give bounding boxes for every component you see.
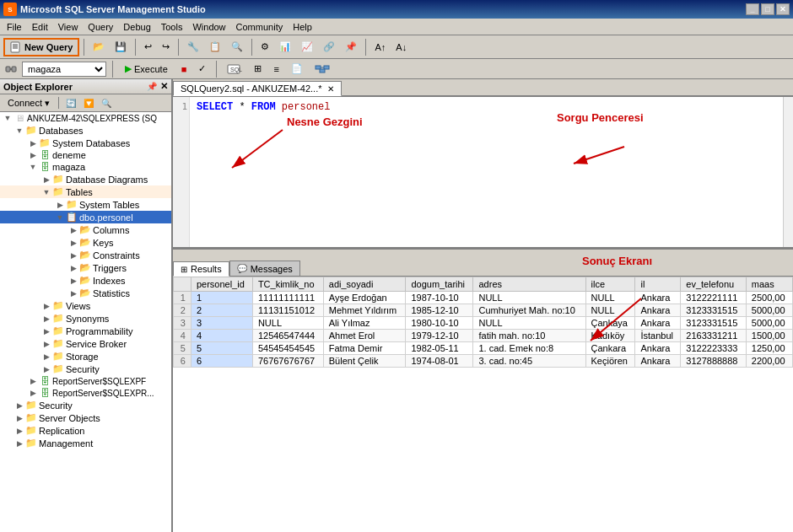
tree-node-keys[interactable]: ▶ 📂 Keys	[0, 236, 171, 249]
table-cell[interactable]: 3127888888	[681, 355, 747, 368]
table-cell[interactable]: Ankara	[635, 317, 681, 330]
table-cell[interactable]: 1980-10-10	[406, 317, 473, 330]
table-cell[interactable]: 4	[174, 330, 192, 342]
window-controls[interactable]: _ □ ✕	[746, 3, 790, 15]
toolbar-btn-1[interactable]: 🔧	[183, 38, 203, 56]
col-header-tc-kimlik[interactable]: TC_kimlik_no	[252, 277, 323, 292]
menu-edit[interactable]: Edit	[27, 21, 53, 33]
menu-tools[interactable]: Tools	[156, 21, 188, 33]
table-cell[interactable]: Ankara	[635, 292, 681, 304]
table-cell[interactable]: Mehmet Yıldırım	[323, 304, 406, 317]
table-cell[interactable]: Ankara	[635, 342, 681, 355]
toolbar-btn-10[interactable]: A↓	[391, 38, 411, 56]
parse-button[interactable]: SQL	[223, 60, 246, 78]
table-cell[interactable]: fatih mah. no:10	[473, 330, 585, 342]
editor-scrollbar[interactable]	[783, 97, 793, 247]
stop-button[interactable]: ■	[177, 60, 192, 78]
menu-query[interactable]: Query	[83, 21, 118, 33]
table-cell[interactable]: 3122221111	[681, 292, 747, 304]
menu-view[interactable]: View	[53, 21, 84, 33]
explorer-search-button[interactable]: 🔍	[99, 96, 114, 110]
table-cell[interactable]: Ayşe Erdoğan	[323, 292, 406, 304]
table-row[interactable]: 5554545454545Fatma Demir1982-05-111. cad…	[174, 342, 793, 355]
table-cell[interactable]: 12546547444	[252, 330, 323, 342]
tree-node-triggers[interactable]: ▶ 📂 Triggers	[0, 261, 171, 274]
tree-node-storage[interactable]: ▶ 📁 Storage	[0, 350, 171, 363]
table-cell[interactable]: 1500,00	[746, 330, 792, 342]
table-cell[interactable]: 1974-08-01	[406, 355, 473, 368]
tree-node-reportserver2[interactable]: ▶ 🗄 ReportServer$SQLEXPR...	[0, 387, 171, 399]
col-header-il[interactable]: il	[635, 277, 681, 292]
tree-node-db-diagrams[interactable]: ▶ 📁 Database Diagrams	[0, 173, 171, 185]
table-cell[interactable]: 2500,00	[746, 292, 792, 304]
toolbar-btn-3[interactable]: 🔍	[227, 38, 247, 56]
toolbar-btn-4[interactable]: ⚙	[256, 38, 273, 56]
menu-debug[interactable]: Debug	[118, 21, 155, 33]
table-cell[interactable]: Ali Yılmaz	[323, 317, 406, 330]
table-cell[interactable]: Çankaya	[585, 317, 635, 330]
menu-window[interactable]: Window	[187, 21, 230, 33]
display-plan-button[interactable]	[310, 60, 334, 78]
table-cell[interactable]: 3	[191, 317, 252, 330]
table-cell[interactable]: 4	[191, 330, 252, 342]
table-cell[interactable]: 3	[174, 317, 192, 330]
code-editor[interactable]: 1 SELECT * FROM personel	[173, 97, 793, 249]
explorer-close-icon[interactable]: ✕	[160, 81, 168, 92]
table-cell[interactable]: İstanbul	[635, 330, 681, 342]
table-cell[interactable]: 3. cad. no:45	[473, 355, 585, 368]
table-cell[interactable]: Ankara	[635, 304, 681, 317]
database-select[interactable]: magaza master deneme	[22, 62, 106, 77]
close-button[interactable]: ✕	[776, 3, 790, 15]
table-cell[interactable]: 1	[191, 292, 252, 304]
result-tab-messages[interactable]: 💬 Messages	[229, 261, 300, 276]
toolbar-btn-9[interactable]: A↑	[370, 38, 390, 56]
tree-node-replication[interactable]: ▶ 📁 Replication	[0, 424, 171, 437]
query-tab-close[interactable]: ✕	[327, 84, 334, 94]
tree-node-databases[interactable]: ▼ 📁 Databases	[0, 124, 171, 137]
table-cell[interactable]: Ahmet Erol	[323, 330, 406, 342]
table-cell[interactable]: 1985-12-10	[406, 304, 473, 317]
menu-help[interactable]: Help	[288, 21, 317, 33]
tree-node-reportserver1[interactable]: ▶ 🗄 ReportServer$SQLEXPF	[0, 375, 171, 387]
editor-hscroll[interactable]	[173, 249, 793, 259]
table-cell[interactable]: 1982-05-11	[406, 342, 473, 355]
table-cell[interactable]: 11131151012	[252, 304, 323, 317]
debug-button[interactable]: ✓	[194, 60, 210, 78]
toolbar-btn-8[interactable]: 📌	[341, 38, 361, 56]
explorer-pin-icon[interactable]: 📌	[147, 82, 157, 91]
minimize-button[interactable]: _	[746, 3, 759, 15]
tree-node-synonyms[interactable]: ▶ 📁 Synonyms	[0, 312, 171, 325]
table-cell[interactable]: 1987-10-10	[406, 292, 473, 304]
table-cell[interactable]: Ankara	[635, 355, 681, 368]
table-cell[interactable]: NULL	[473, 292, 585, 304]
table-cell[interactable]: 11111111111	[252, 292, 323, 304]
toolbar-btn-2[interactable]: 📋	[205, 38, 225, 56]
table-row[interactable]: 1111111111111Ayşe Erdoğan1987-10-10NULLN…	[174, 292, 793, 304]
table-cell[interactable]: Bülent Çelik	[323, 355, 406, 368]
toolbar-btn-5[interactable]: 📊	[275, 38, 295, 56]
table-cell[interactable]: 2200,00	[746, 355, 792, 368]
query-tab-1[interactable]: SQLQuery2.sql - ANKUZEM-42...* ✕	[173, 81, 342, 96]
col-header-ev-telefonu[interactable]: ev_telefonu	[681, 277, 747, 292]
table-cell[interactable]: Cumhuriyet Mah. no:10	[473, 304, 585, 317]
undo-button[interactable]: ↩	[140, 38, 156, 56]
table-cell[interactable]: NULL	[585, 304, 635, 317]
toolbar-btn-7[interactable]: 🔗	[319, 38, 339, 56]
redo-button[interactable]: ↪	[158, 38, 174, 56]
open-file-button[interactable]: 📂	[89, 38, 109, 56]
tree-node-views[interactable]: ▶ 📁 Views	[0, 299, 171, 312]
menu-file[interactable]: File	[2, 21, 27, 33]
results-text-button[interactable]: ≡	[269, 60, 283, 78]
tree-node-constraints[interactable]: ▶ 📂 Constraints	[0, 249, 171, 261]
col-header-ilce[interactable]: ilce	[585, 277, 635, 292]
table-cell[interactable]: 3123331515	[681, 317, 747, 330]
table-cell[interactable]: 2	[174, 304, 192, 317]
tree-node-statistics[interactable]: ▶ 📂 Statistics	[0, 287, 171, 299]
table-row[interactable]: 2211131151012Mehmet Yıldırım1985-12-10Cu…	[174, 304, 793, 317]
tree-node-management[interactable]: ▶ 📁 Management	[0, 437, 171, 449]
table-cell[interactable]: 76767676767	[252, 355, 323, 368]
tree-node-security-top[interactable]: ▶ 📁 Security	[0, 399, 171, 411]
maximize-button[interactable]: □	[761, 3, 774, 15]
tree-node-magaza[interactable]: ▼ 🗄 magaza	[0, 161, 171, 173]
table-cell[interactable]: 1250,00	[746, 342, 792, 355]
